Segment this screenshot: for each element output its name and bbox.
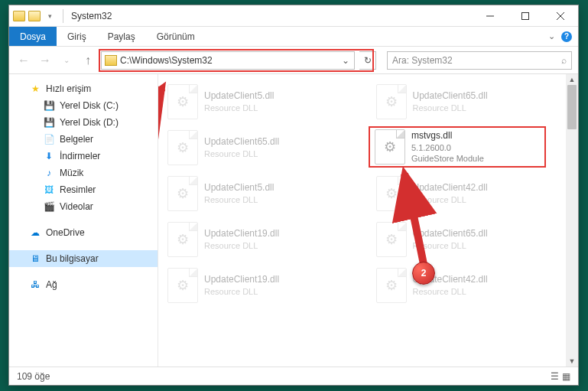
address-bar[interactable]: C:\Windows\System32 ⌄ — [101, 51, 355, 70]
sidebar-item-disk-d[interactable]: 💾Yerel Disk (D:) — [9, 114, 158, 131]
gear-icon: ⚙ — [177, 93, 189, 110]
dll-icon: ⚙ — [376, 222, 407, 257]
gear-icon: ⚙ — [385, 185, 398, 202]
forward-button[interactable]: → — [37, 52, 54, 69]
sidebar: ★Hızlı erişim 💾Yerel Disk (C:) 💾Yerel Di… — [9, 74, 158, 367]
minimize-button[interactable] — [473, 5, 508, 27]
gear-icon: ⚙ — [385, 277, 398, 294]
file-item[interactable]: ⚙UpdateClient65.dllResource DLL — [376, 80, 570, 123]
gear-icon: ⚙ — [385, 231, 398, 248]
item-count: 109 öğe — [17, 371, 50, 382]
file-desc: GuideStore Module — [411, 153, 484, 164]
up-button[interactable]: ↑ — [80, 52, 96, 69]
navbar: ← → ⌄ ↑ C:\Windows\System32 ⌄ ↻ Ara: Sys… — [9, 47, 578, 74]
dll-icon: ⚙ — [167, 222, 198, 257]
scroll-up-icon[interactable]: ▲ — [566, 74, 578, 85]
file-sub: Resource DLL — [413, 103, 488, 113]
file-name: UpdateClient5.dll — [204, 90, 274, 103]
network-icon: 🖧 — [29, 279, 41, 291]
gear-icon: ⚙ — [177, 185, 189, 202]
file-item[interactable]: ⚙UpdateClient5.dllResource DLL — [167, 80, 361, 123]
tab-share[interactable]: Paylaş — [97, 27, 146, 46]
dll-icon: ⚙ — [376, 176, 407, 211]
file-item[interactable]: ⚙UpdateClient19.dllResource DLL — [167, 264, 361, 307]
chevron-down-icon[interactable]: ⌄ — [548, 31, 555, 41]
file-name: UpdateClient65.dll — [204, 136, 279, 148]
qat-icon[interactable] — [28, 9, 41, 23]
scroll-thumb[interactable] — [567, 85, 577, 129]
dll-icon: ⚙ — [376, 84, 407, 119]
sidebar-item-quickaccess[interactable]: ★Hızlı erişim — [9, 80, 158, 97]
pc-icon: 🖥 — [29, 253, 41, 265]
sidebar-item-music[interactable]: ♪Müzik — [9, 165, 158, 181]
refresh-button[interactable]: ↻ — [359, 51, 376, 70]
file-name: UpdateClient19.dll — [204, 228, 279, 240]
tab-view[interactable]: Görünüm — [146, 27, 206, 46]
close-button[interactable] — [543, 5, 578, 27]
file-item[interactable]: ⚙UpdateClient42.dllResource DLL — [376, 264, 570, 307]
drive-icon: 💾 — [43, 99, 55, 112]
search-placeholder: Ara: System32 — [392, 55, 453, 66]
sidebar-item-downloads[interactable]: ⬇İndirmeler — [9, 148, 158, 165]
help-icon[interactable]: ? — [561, 31, 572, 42]
recent-dropdown[interactable]: ⌄ — [58, 52, 75, 69]
file-name: UpdateClient19.dll — [204, 274, 279, 286]
view-details-icon[interactable]: ☰ — [551, 371, 559, 382]
qat-dropdown-icon[interactable]: ▾ — [43, 9, 57, 23]
file-sub: Resource DLL — [204, 103, 274, 113]
file-sub: Resource DLL — [413, 240, 488, 251]
gear-icon: ⚙ — [384, 138, 396, 155]
ribbon-tabs: Dosya Giriş Paylaş Görünüm ⌄ ? — [9, 27, 578, 47]
file-sub: Resource DLL — [413, 194, 488, 205]
file-sub: Resource DLL — [204, 194, 274, 205]
folder-icon — [105, 55, 117, 66]
file-name: UpdateClient42.dll — [413, 182, 488, 194]
window-title: System32 — [71, 11, 112, 21]
sidebar-item-pictures[interactable]: 🖼Resimler — [9, 181, 158, 198]
back-button[interactable]: ← — [15, 52, 32, 69]
file-item[interactable]: ⚙UpdateClient19.dllResource DLL — [167, 218, 361, 261]
music-icon: ♪ — [43, 167, 55, 179]
titlebar: ▾ System32 — [9, 5, 578, 27]
file-sub: Resource DLL — [204, 148, 279, 159]
tab-file[interactable]: Dosya — [9, 27, 57, 46]
address-path: C:\Windows\System32 — [120, 55, 339, 66]
picture-icon: 🖼 — [43, 184, 55, 196]
file-sub: Resource DLL — [413, 286, 488, 297]
highlighted-file[interactable]: ⚙ mstvgs.dll 5.1.2600.0 GuideStore Modul… — [369, 126, 546, 168]
maximize-button[interactable] — [508, 5, 543, 27]
file-item[interactable]: ⚙UpdateClient42.dllResource DLL — [376, 172, 570, 215]
video-icon: 🎬 — [43, 200, 55, 213]
sidebar-item-thispc[interactable]: 🖥Bu bilgisayar — [9, 250, 158, 267]
dll-icon: ⚙ — [376, 268, 407, 303]
file-item[interactable]: ⚙UpdateClient65.dllResource DLL — [167, 126, 361, 169]
tab-home[interactable]: Giriş — [57, 27, 97, 46]
gear-icon: ⚙ — [177, 231, 189, 248]
scrollbar[interactable]: ▲ ▼ — [566, 74, 578, 367]
dll-icon: ⚙ — [167, 268, 198, 303]
view-tiles-icon[interactable]: ▦ — [562, 371, 570, 382]
dll-icon: ⚙ — [167, 130, 198, 165]
cloud-icon: ☁ — [29, 226, 41, 239]
sidebar-item-disk-c[interactable]: 💾Yerel Disk (C:) — [9, 97, 158, 114]
svg-rect-1 — [522, 12, 529, 19]
sidebar-item-videos[interactable]: 🎬Videolar — [9, 198, 158, 215]
scroll-down-icon[interactable]: ▼ — [566, 356, 578, 367]
search-input[interactable]: Ara: System32 ⌕ — [387, 51, 572, 70]
file-name: mstvgs.dll — [411, 130, 484, 142]
sidebar-item-network[interactable]: 🖧Ağ — [9, 276, 158, 293]
file-item[interactable]: ⚙UpdateClient65.dllResource DLL — [376, 218, 570, 261]
drive-icon: 💾 — [43, 116, 55, 129]
content-area: ⚙UpdateClient5.dllResource DLL⚙UpdateCli… — [158, 74, 578, 367]
file-sub: Resource DLL — [204, 240, 279, 251]
file-name: UpdateClient65.dll — [413, 90, 488, 103]
chevron-down-icon[interactable]: ⌄ — [342, 55, 349, 66]
separator — [63, 9, 63, 23]
gear-icon: ⚙ — [177, 277, 189, 294]
file-item[interactable]: ⚙UpdateClient5.dllResource DLL — [167, 172, 361, 215]
folder-icon — [12, 9, 26, 23]
dll-icon: ⚙ — [375, 129, 405, 165]
sidebar-item-onedrive[interactable]: ☁OneDrive — [9, 224, 158, 241]
sidebar-item-documents[interactable]: 📄Belgeler — [9, 131, 158, 148]
gear-icon: ⚙ — [385, 93, 398, 110]
